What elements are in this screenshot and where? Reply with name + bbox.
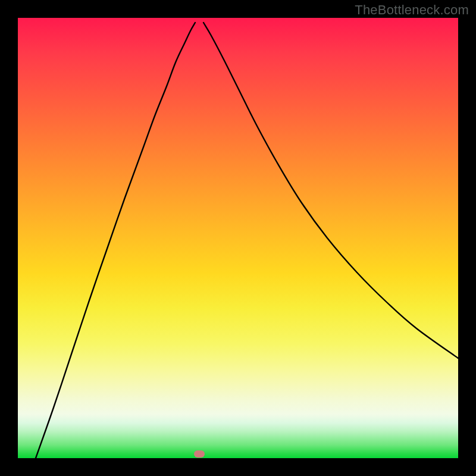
curve-left-branch	[36, 23, 195, 458]
bottleneck-curve	[18, 18, 458, 458]
curve-right-branch	[203, 23, 458, 358]
optimal-point-marker	[194, 450, 205, 458]
watermark-text: TheBottleneck.com	[355, 2, 469, 18]
chart-area	[18, 18, 458, 458]
